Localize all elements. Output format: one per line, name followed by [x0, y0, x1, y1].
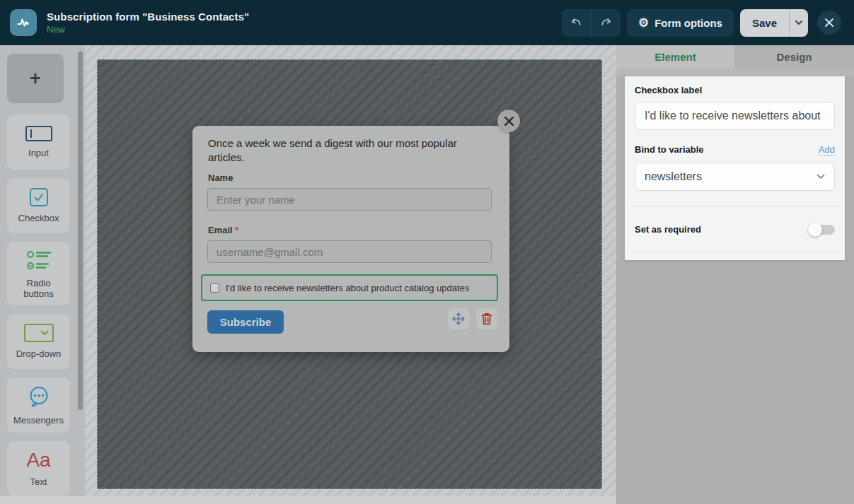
name-field-label: Name: [208, 172, 233, 183]
form-canvas: Once a week we send a digest with our mo…: [85, 45, 616, 504]
text-icon: Aa: [26, 450, 50, 470]
horizontal-scrollbar-track[interactable]: [0, 496, 616, 504]
plus-icon: +: [30, 69, 41, 88]
undo-icon: [570, 16, 583, 30]
newsletter-checkbox[interactable]: [210, 283, 219, 293]
settings-divider: [630, 206, 840, 207]
sidebar-item-text[interactable]: Aa Text: [7, 441, 70, 496]
subscription-form-modal: Once a week we send a digest with our mo…: [192, 126, 509, 352]
app-logo-icon: [10, 9, 37, 36]
sidebar-item-drop-down[interactable]: Drop-down: [7, 314, 70, 369]
email-input[interactable]: [207, 240, 492, 263]
input-field-icon: [25, 126, 52, 141]
settings-panel: Element Design Checkbox label Bind to va…: [616, 45, 854, 504]
chevron-down-icon: [817, 174, 825, 180]
elements-sidebar: + Input Checkbox Radio buttons Drop-down: [0, 45, 85, 504]
drop-down-icon: [24, 324, 54, 342]
close-icon: [504, 116, 514, 127]
form-options-button[interactable]: ⚙ Form options: [627, 9, 734, 37]
move-element-button[interactable]: [448, 308, 469, 329]
topbar: Subscription form "Business Contacts" Ne…: [0, 0, 854, 45]
variable-select-value: newsletters: [645, 170, 702, 183]
page-title: Subscription form "Business Contacts": [47, 11, 249, 23]
sidebar-item-label: Text: [30, 476, 47, 487]
save-dropdown-button[interactable]: [790, 9, 808, 37]
save-button[interactable]: Save: [740, 9, 789, 37]
trash-icon: [481, 312, 492, 325]
redo-icon: [599, 16, 613, 30]
form-close-button[interactable]: [497, 110, 520, 132]
radio-buttons-icon: [26, 249, 52, 271]
sidebar-item-messengers[interactable]: Messengers: [7, 377, 70, 433]
tab-design[interactable]: Design: [734, 45, 854, 69]
sidebar-scrollbar-thumb[interactable]: [78, 51, 83, 410]
sidebar-item-label: Drop-down: [16, 348, 62, 359]
redo-button[interactable]: [592, 9, 621, 37]
sidebar-item-label: Messengers: [13, 415, 64, 426]
set-as-required-label: Set as required: [635, 224, 701, 235]
sidebar-item-label: Radio buttons: [18, 278, 60, 299]
undo-button[interactable]: [562, 9, 591, 37]
save-label: Save: [752, 17, 777, 29]
close-editor-button[interactable]: [817, 11, 841, 35]
sidebar-item-radio-buttons[interactable]: Radio buttons: [7, 242, 70, 305]
email-field-label: Email *: [208, 225, 238, 235]
subscribe-button[interactable]: Subscribe: [207, 310, 284, 334]
checkbox-label-field-label: Checkbox label: [635, 85, 835, 96]
form-options-label: Form options: [654, 17, 722, 29]
element-settings-card: Checkbox label Bind to variable Add news…: [625, 76, 845, 260]
messengers-icon: [27, 385, 51, 409]
set-as-required-toggle[interactable]: [808, 223, 835, 237]
newsletter-checkbox-label: I'd like to receive newsletters about pr…: [226, 283, 469, 293]
panel-tabs: Element Design: [616, 45, 854, 69]
close-icon: [824, 18, 834, 28]
settings-divider: [630, 252, 840, 253]
gear-icon: ⚙: [638, 17, 649, 29]
add-variable-link[interactable]: Add: [819, 144, 835, 156]
undo-redo-group: [562, 9, 621, 37]
topbar-actions: ⚙ Form options Save: [562, 9, 841, 37]
delete-element-button[interactable]: [476, 308, 497, 329]
save-split-button: Save: [740, 9, 808, 37]
form-status-label: New: [47, 24, 249, 35]
selected-checkbox-element[interactable]: I'd like to receive newsletters about pr…: [201, 274, 498, 301]
toggle-knob: [808, 223, 822, 237]
panel-tab-gap: [616, 69, 854, 76]
sidebar-item-checkbox[interactable]: Checkbox: [7, 178, 70, 233]
add-element-button[interactable]: +: [7, 54, 64, 103]
bind-to-variable-label: Bind to variable: [635, 144, 704, 156]
tab-element[interactable]: Element: [616, 45, 734, 69]
sidebar-item-input[interactable]: Input: [7, 115, 70, 170]
variable-select[interactable]: newsletters: [635, 163, 835, 191]
sidebar-item-label: Input: [28, 148, 49, 158]
required-asterisk: *: [235, 225, 238, 235]
chevron-down-icon: [795, 20, 802, 25]
form-intro-text: Once a week we send a digest with our mo…: [208, 136, 490, 165]
sidebar-item-label: Checkbox: [18, 213, 59, 223]
checkbox-label-input[interactable]: [635, 102, 835, 130]
checkbox-icon: [30, 188, 48, 206]
header-titles: Subscription form "Business Contacts" Ne…: [47, 11, 249, 35]
move-icon: [452, 312, 465, 325]
name-input[interactable]: [207, 188, 492, 211]
